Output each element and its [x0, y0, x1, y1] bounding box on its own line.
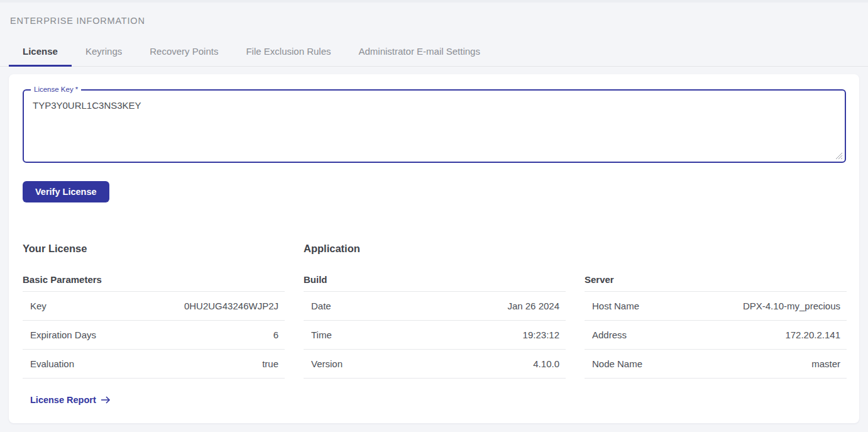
table-row-evaluation: Evaluation true [23, 350, 285, 379]
tab-keyrings[interactable]: Keyrings [72, 38, 136, 67]
license-report-label: License Report [30, 395, 96, 405]
table-row-node-name: Node Name master [585, 350, 847, 379]
row-value: 4.10.0 [533, 358, 566, 369]
application-build-column: Application Build Date Jan 26 2024 Time … [304, 243, 566, 406]
tab-administrator-email-settings[interactable]: Administrator E-mail Settings [345, 38, 494, 67]
table-row-time: Time 19:23:12 [304, 321, 566, 350]
row-value: DPX-4.10-my_precious [743, 301, 847, 311]
row-label: Evaluation [23, 358, 74, 369]
row-value: 6 [273, 330, 285, 340]
tab-file-exclusion-rules[interactable]: File Exclusion Rules [232, 38, 344, 67]
row-label: Address [585, 330, 627, 340]
row-label: Date [304, 301, 331, 311]
enterprise-information-page: ENTERPRISE INFORMATION License Keyrings … [0, 0, 868, 432]
resize-handle-icon[interactable] [834, 151, 843, 160]
table-row-expiration-days: Expiration Days 6 [23, 321, 285, 350]
table-row-host-name: Host Name DPX-4.10-my_precious [585, 292, 847, 321]
tab-license[interactable]: License [9, 38, 72, 67]
arrow-right-icon [101, 396, 111, 404]
server-heading-spacer [585, 243, 847, 255]
license-panel: License Key * Verify License Your Licens… [9, 74, 859, 423]
settings-tabbar: License Keyrings Recovery Points File Ex… [0, 38, 868, 67]
row-value: true [262, 358, 285, 369]
row-value: 172.20.2.141 [785, 330, 847, 340]
license-key-label: License Key * [31, 86, 81, 94]
row-label: Expiration Days [23, 330, 96, 340]
application-server-column: Server Host Name DPX-4.10-my_precious Ad… [585, 243, 847, 406]
basic-parameters-title: Basic Parameters [23, 274, 285, 292]
license-report-link[interactable]: License Report [30, 395, 111, 405]
tab-recovery-points[interactable]: Recovery Points [136, 38, 232, 67]
page-title: ENTERPRISE INFORMATION [10, 16, 868, 26]
server-title: Server [585, 274, 847, 292]
build-title: Build [304, 274, 566, 292]
table-row-key: Key 0HU2UG43246WJP2J [23, 292, 285, 321]
your-license-heading: Your License [23, 243, 285, 255]
row-value: 0HU2UG43246WJP2J [184, 301, 285, 311]
row-value: Jan 26 2024 [507, 301, 566, 311]
table-row-address: Address 172.20.2.141 [585, 321, 847, 350]
verify-license-button[interactable]: Verify License [23, 181, 109, 202]
table-row-date: Date Jan 26 2024 [304, 292, 566, 321]
table-row-version: Version 4.10.0 [304, 350, 566, 379]
license-key-field: License Key * [23, 89, 846, 163]
row-label: Time [304, 330, 332, 340]
row-label: Key [23, 301, 47, 311]
license-info-grid: Your License Basic Parameters Key 0HU2UG… [23, 243, 846, 406]
row-value: master [811, 358, 847, 369]
row-label: Version [304, 358, 343, 369]
license-key-input[interactable] [24, 91, 845, 162]
row-value: 19:23:12 [523, 330, 566, 340]
application-heading: Application [304, 243, 566, 255]
row-label: Host Name [585, 301, 639, 311]
row-label: Node Name [585, 358, 642, 369]
your-license-column: Your License Basic Parameters Key 0HU2UG… [23, 243, 285, 406]
